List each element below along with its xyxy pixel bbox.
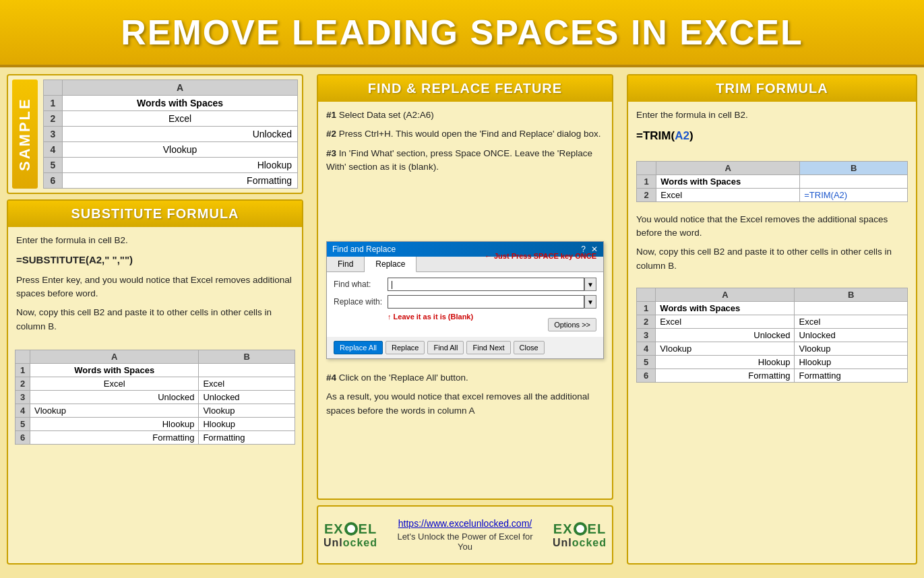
page-title: REMOVE LEADING SPACES IN EXCEL (7, 12, 917, 53)
corner-header (637, 288, 656, 301)
find-replace-body: #1 Select Data set (A2:A6) #2 Press Ctrl… (318, 102, 612, 236)
step5-text: As a result, you would notice that excel… (326, 390, 604, 418)
dialog-replace-input[interactable] (388, 295, 584, 309)
row-num: 5 (16, 417, 30, 430)
sample-cell: Vlookup (63, 142, 298, 158)
dialog-annotations: Find what: ▼ Replace with: ▼ ← Just Pres… (334, 278, 596, 309)
trim-formula-label: =TRIM(A2) (636, 127, 908, 145)
trim-section: TRIM FORMULA Enter the formula in cell B… (627, 74, 917, 565)
table-row: 3 Unlocked Unlocked (637, 328, 908, 342)
logo1-el: EL (359, 521, 377, 537)
step4-num: #4 (326, 373, 336, 383)
main-content: SAMPLE A 1 Words with Spaces (0, 67, 924, 571)
logo2-top: EX EL (553, 521, 606, 537)
substitute-table-wrap: A B 1 Words with Spaces 2 Excel (8, 346, 302, 450)
row-num: 1 (44, 96, 63, 111)
logo2-inner (576, 525, 584, 533)
table-cell (795, 301, 908, 315)
step1-text: Select Data set (A2:A6) (339, 110, 434, 120)
table-cell: Words with Spaces (656, 301, 795, 315)
table-row: 2 Excel =TRIM(A2) (637, 188, 908, 201)
arrow-top-label: ← Just Press SPACE key ONCE (485, 252, 596, 260)
sample-cell: Excel (63, 111, 298, 127)
col-b-header: B (199, 350, 295, 363)
dialog-tab-find[interactable]: Find (327, 257, 365, 271)
trim-intro: Enter the formula in cell B2. (636, 108, 908, 122)
find-replace-body2: #4 Click on the 'Replace All' button. As… (318, 364, 612, 499)
table-cell: Excel (199, 377, 295, 390)
logo1-top: EX EL (324, 521, 377, 537)
logo2-ex: EX (553, 521, 573, 537)
table-row: 5 Hlookup (44, 158, 298, 173)
table-row: 1 Words with Spaces (44, 96, 298, 111)
replace-button[interactable]: Replace (386, 341, 425, 354)
footer-logo-2: EX EL Unlocked (553, 521, 607, 549)
step4-text: Click on the 'Replace All' button. (339, 373, 468, 383)
dialog-tab-replace[interactable]: Replace (365, 257, 417, 272)
sample-cell: Formatting (63, 173, 298, 189)
step2-text: Press Ctrl+H. This would open the 'Find … (339, 129, 601, 139)
sample-corner-header (44, 80, 63, 96)
left-column: SAMPLE A 1 Words with Spaces (0, 67, 310, 571)
table-cell: Excel (30, 377, 199, 390)
table-cell: Words with Spaces (656, 174, 800, 188)
find-all-button[interactable]: Find All (427, 341, 464, 354)
substitute-formula: =SUBSTITUTE(A2," ","") (16, 253, 294, 268)
options-button[interactable]: Options >> (548, 318, 596, 331)
trim-small-table: A B 1 Words with Spaces 2 Excel (636, 161, 908, 202)
substitute-body: Enter the formula in cell B2. =SUBSTITUT… (8, 227, 302, 346)
replace-all-button[interactable]: Replace All (334, 341, 383, 354)
sample-table-wrapper: A 1 Words with Spaces 2 Excel (43, 79, 298, 189)
table-cell: Excel (795, 315, 908, 328)
trim-para2: Now, copy this cell B2 and paste it to o… (636, 245, 908, 273)
close-button[interactable]: Close (514, 341, 545, 354)
sample-col-a-header: A (63, 80, 298, 96)
footer-logo-1: EX EL Unlocked (324, 521, 377, 549)
col-b-header: B (795, 288, 908, 301)
step1: #1 Select Data set (A2:A6) (326, 108, 604, 122)
footer-center-text: https://www.excelunlocked.com/ Let's Unl… (391, 518, 539, 552)
page-header: REMOVE LEADING SPACES IN EXCEL (0, 0, 924, 67)
row-num: 2 (16, 377, 30, 390)
row-num: 5 (44, 158, 63, 173)
trim-formula-cell: =TRIM(A2) (800, 188, 908, 201)
table-row: 3 Unlocked (44, 127, 298, 142)
row-num: 1 (637, 174, 656, 188)
right-column: TRIM FORMULA Enter the formula in cell B… (620, 67, 924, 571)
dialog-title-text: Find and Replace (332, 245, 396, 254)
footer-url[interactable]: https://www.excelunlocked.com/ (391, 518, 539, 529)
logo1-inner (347, 525, 355, 533)
step3: #3 In 'Find What' section, press Space O… (326, 147, 604, 174)
logo1-ex: EX (324, 521, 344, 537)
table-cell: Formatting (795, 368, 908, 382)
table-row: 6 Formatting (44, 173, 298, 189)
table-cell: Unlocked (795, 328, 908, 342)
find-replace-section: FIND & REPLACE FEATURE #1 Select Data se… (317, 74, 613, 500)
table-row: 2 Excel (44, 111, 298, 127)
row-num: 3 (16, 390, 30, 404)
find-replace-title: FIND & REPLACE FEATURE (318, 75, 612, 102)
table-cell: Hlookup (656, 355, 795, 368)
trim-body: Enter the formula in cell B2. =TRIM(A2) (628, 102, 916, 157)
dialog-replace-dropdown[interactable]: ▼ (584, 295, 596, 309)
table-cell: Unlocked (30, 390, 199, 404)
table-cell: Excel (656, 315, 795, 328)
sample-table: A 1 Words with Spaces 2 Excel (43, 79, 298, 189)
dialog-find-input[interactable] (388, 278, 584, 291)
table-cell: Unlocked (199, 390, 295, 404)
table-cell: Formatting (30, 430, 199, 444)
substitute-result-table: A B 1 Words with Spaces 2 Excel (15, 350, 295, 445)
sample-section: SAMPLE A 1 Words with Spaces (7, 74, 303, 194)
find-replace-dialog[interactable]: Find and Replace ? ✕ Find Replace Find w… (326, 241, 604, 359)
logo2-circle (574, 522, 587, 536)
table-row: 1 Words with Spaces (637, 301, 908, 315)
sample-cell: Unlocked (63, 127, 298, 142)
col-a-header: A (656, 161, 800, 174)
table-row: 6 Formatting Formatting (16, 430, 295, 444)
col-a-header: A (30, 350, 199, 363)
dialog-find-row: Find what: ▼ (334, 278, 596, 291)
dialog-buttons-row: Replace All Replace Find All Find Next C… (327, 337, 603, 358)
table-cell: Hlookup (199, 417, 295, 430)
dialog-find-dropdown[interactable]: ▼ (584, 278, 596, 291)
find-next-button[interactable]: Find Next (466, 341, 510, 354)
